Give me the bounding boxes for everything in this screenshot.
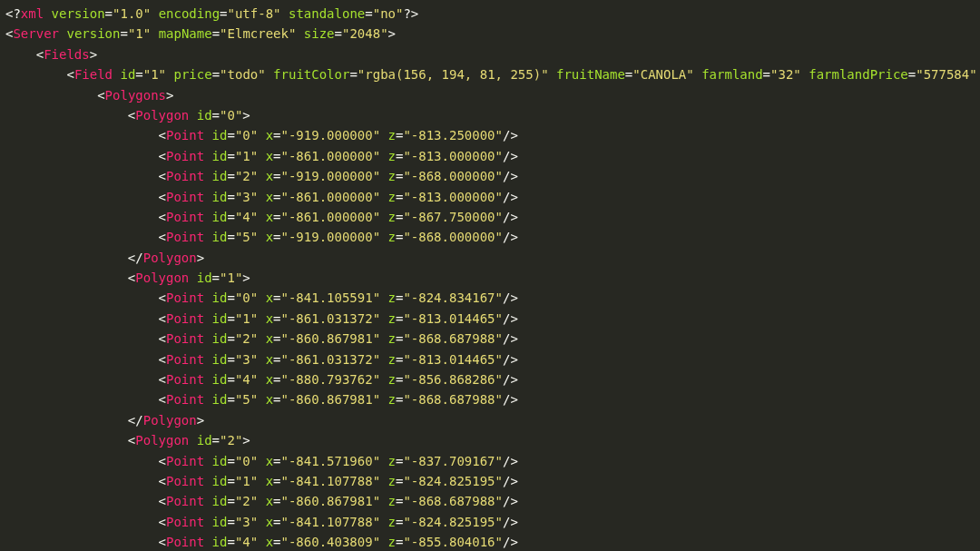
xml-code-view: <?xml version="1.0" encoding="utf-8" sta… <box>0 0 980 551</box>
